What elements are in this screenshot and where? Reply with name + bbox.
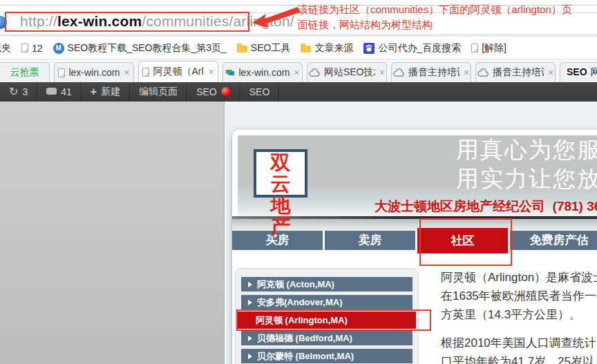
site-content-card: 双云 地产 用真心为您服 用实力让您放 大波士顿地区房地产经纪公司 (781) … (232, 130, 597, 364)
toolbar-comments-button[interactable]: 41 (37, 82, 82, 102)
annotation-arrow-icon (251, 5, 301, 27)
article-line: 在1635年被欧洲殖民者当作一个村庄 (441, 287, 597, 305)
slogan-line1: 用真心为您服 (456, 135, 597, 164)
tab-title: lex-win.com (68, 67, 120, 78)
chevron-right-icon (248, 282, 252, 287)
cloud-icon (477, 68, 489, 77)
bookmark-item[interactable]: [解除] (471, 42, 506, 55)
tab-title: 播音主持培训 (408, 66, 459, 79)
nav-item[interactable]: 卖房 (325, 231, 415, 250)
bookmark-label: SEO工具 (251, 42, 291, 55)
article-line: 口平均年龄为41.7岁。25岁以上的阿 (441, 352, 597, 364)
comments-count: 41 (61, 86, 72, 97)
folder-icon (237, 44, 247, 52)
bookmark-item[interactable]: MSEO教程下载_SEO教程合集_第3页_ (53, 42, 227, 55)
tab-close-icon[interactable]: × (548, 67, 553, 78)
tab-close-icon[interactable]: × (294, 67, 299, 78)
toolbar-seo-button[interactable]: SEO (187, 82, 240, 102)
bookmark-label: 12 (32, 43, 43, 54)
logo-line1: 双云 (260, 152, 305, 195)
edit-page-label: 编辑页面 (139, 86, 178, 98)
cloud-icon (309, 68, 321, 77)
annotation-note-line1: 该链接为社区（communities）下面的阿灵顿（arlington）页 (298, 2, 572, 17)
logo-line2: 地产 (260, 195, 305, 238)
sidebar-item-label: 贝尔蒙特 (Belmont,MA) (257, 349, 354, 363)
browser-tab[interactable]: 网站SEO技术× (307, 62, 387, 82)
tab-close-icon[interactable]: × (124, 67, 129, 78)
toolbar-updates-button[interactable]: ↻ 3 (0, 82, 37, 102)
baidu-paw-icon (363, 43, 375, 54)
community-sidebar: 阿克顿 (Acton,MA)安多弗(Andover,MA)阿灵顿 (Arling… (235, 268, 419, 364)
refresh-icon: ↻ (9, 86, 18, 97)
tab-close-icon[interactable]: × (208, 66, 214, 77)
sidebar-community-item[interactable]: 贝尔蒙特 (Belmont,MA) (241, 349, 413, 363)
seo-label: SEO (196, 86, 217, 97)
screenshot-root: { "annotation": { "line1": "该链接为社区（commu… (0, 0, 597, 364)
updates-count: 3 (22, 86, 28, 97)
tab-title: SEO 网站 (566, 66, 597, 79)
bookmark-item[interactable]: 藏夹 (0, 42, 11, 55)
bookmark-label: 文章来源 (314, 42, 353, 55)
site-logo[interactable]: 双云 地产 (254, 149, 307, 198)
page-icon (21, 44, 28, 52)
browser-tab[interactable]: SEO 网站 (560, 62, 597, 82)
article-paragraph: 阿灵顿（Arlington）是麻省波士顿郊区在1635年被欧洲殖民者当作一个村庄… (441, 268, 597, 324)
browser-tab[interactable]: 播音主持培训× (475, 62, 556, 82)
bookmark-label: SEO教程下载_SEO教程合集_第3页_ (68, 42, 227, 55)
annotation-note: 该链接为社区（communities）下面的阿灵顿（arlington）页 面链… (298, 2, 572, 32)
article-line: 根据2010年美国人口调查统计，阿灵 (441, 334, 597, 352)
sidebar-item-label: 安多弗(Andover,MA) (257, 295, 343, 309)
plus-icon: + (91, 86, 97, 98)
nav-item[interactable]: 社区 (417, 228, 508, 253)
browser-tab[interactable]: lex-win.com× (54, 62, 134, 82)
sidebar-item-label: 贝德福德 (Bedford,MA) (257, 331, 352, 345)
cloud-icon (393, 68, 405, 77)
article-paragraph: 根据2010年美国人口调查统计，阿灵口平均年龄为41.7岁。25岁以上的阿 (441, 334, 597, 364)
browser-tab[interactable]: 阿灵顿（Arli× (138, 61, 218, 82)
tab-close-icon[interactable]: × (464, 67, 469, 78)
toolbar-new-button[interactable]: + 新建 (82, 82, 130, 102)
tab-title: lex-win.com (238, 67, 290, 78)
phone-number: (781) 367-85 (553, 199, 597, 213)
sidebar-community-item[interactable]: 安多弗(Andover,MA) (241, 295, 413, 309)
site-slogan: 用真心为您服 用实力让您放 (456, 135, 597, 193)
sidebar-community-item[interactable]: 阿灵顿 (Arlington,MA) (238, 312, 416, 329)
url-protocol: http:// (20, 13, 57, 29)
chevron-right-icon (248, 336, 252, 341)
nav-item[interactable]: 免费房产估 (510, 231, 597, 250)
admin-toolbar: ↻ 3 41 + 新建 编辑页面 SEO SEO (0, 82, 597, 102)
page-icon (58, 68, 65, 77)
bookmark-item[interactable]: 文章来源 (301, 42, 353, 55)
slogan-line2: 用实力让您放 (456, 164, 597, 193)
m-badge-icon: M (53, 43, 64, 54)
toolbar-seo2-button[interactable]: SEO (240, 82, 280, 102)
sidebar-community-item[interactable]: 阿克顿 (Acton,MA) (241, 277, 413, 291)
bookmark-item[interactable]: 公司代办_百度搜索 (363, 42, 461, 55)
tab-title-highlight: SEO (566, 66, 588, 77)
toolbar-edit-page-button[interactable]: 编辑页面 (130, 82, 187, 102)
url-domain: lex-win.com (57, 13, 142, 29)
article-line: 方英里（14.3平方公里）。 (441, 305, 597, 324)
browser-logo-icon (225, 68, 235, 77)
chevron-right-icon (248, 300, 252, 305)
page-icon (471, 44, 478, 52)
bookmarks-bar: 藏夹12MSEO教程下载_SEO教程合集_第3页_SEO工具文章来源公司代办_百… (0, 37, 597, 59)
bookmark-item[interactable]: SEO工具 (237, 42, 291, 55)
bookmark-label: [解除] (482, 42, 506, 55)
annotation-note-line2: 面链接，网站结构为树型结构 (298, 17, 572, 32)
seo2-label: SEO (249, 86, 270, 97)
tab-bar: 云抢票lex-win.com×阿灵顿（Arli×lex-win.com×网站SE… (0, 59, 597, 82)
browser-tab[interactable]: 播音主持培训× (391, 62, 471, 82)
tab-title: 播音主持培训 (493, 66, 544, 79)
bookmark-item[interactable]: 12 (21, 43, 43, 54)
new-label: 新建 (101, 86, 120, 98)
tab-title: 云抢票 (10, 66, 39, 79)
sidebar-community-item[interactable]: 贝德福德 (Bedford,MA) (241, 331, 413, 345)
tab-close-icon[interactable]: × (379, 67, 385, 78)
browser-tab[interactable]: 云抢票 (0, 62, 50, 82)
chevron-right-icon (248, 354, 252, 359)
page-icon (142, 68, 149, 77)
browser-tab[interactable]: lex-win.com× (222, 62, 303, 82)
article-line: 阿灵顿（Arlington）是麻省波士顿郊区 (441, 268, 597, 287)
bookmark-label: 公司代办_百度搜索 (378, 42, 461, 55)
